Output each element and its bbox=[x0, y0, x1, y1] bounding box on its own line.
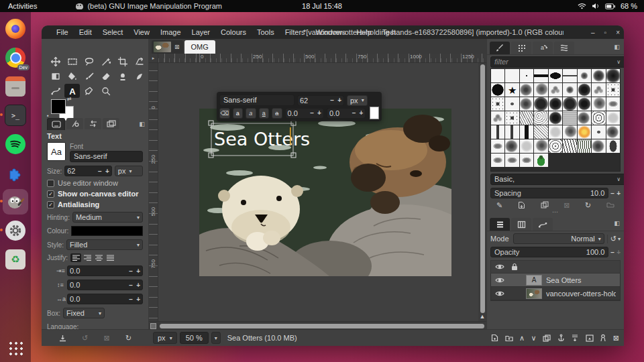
dock-item-trash[interactable]: ♻ bbox=[3, 247, 28, 272]
dock-item-firefox[interactable] bbox=[3, 16, 28, 42]
raise-layer-icon[interactable]: ∧ bbox=[519, 334, 525, 343]
unit-dropdown[interactable]: px ▾ bbox=[153, 332, 177, 344]
tab-brushes[interactable] bbox=[490, 42, 510, 54]
smudge-tool-icon[interactable] bbox=[131, 69, 147, 83]
brush-scratch[interactable] bbox=[520, 111, 533, 125]
size-decrease-icon[interactable]: − bbox=[98, 168, 102, 175]
horizontal-ruler[interactable]: 0 250 500 750 1000 1250 bbox=[158, 54, 486, 62]
vertical-ruler[interactable]: 0 250 500 750 bbox=[149, 63, 158, 321]
canvas-viewport[interactable]: Sea Otters Sans-serif 62 − + bbox=[158, 63, 478, 321]
close-button[interactable]: × bbox=[616, 29, 620, 36]
kerning-decrease-icon[interactable]: − bbox=[352, 109, 356, 117]
brush-speck2[interactable] bbox=[592, 125, 605, 139]
edit-brush-icon[interactable]: ✎ bbox=[496, 201, 502, 210]
baseline-decrease-icon[interactable]: − bbox=[310, 109, 314, 117]
zoom-tool-icon[interactable] bbox=[98, 84, 113, 98]
brush-fuzz1[interactable] bbox=[578, 69, 591, 82]
brush-ellipse[interactable] bbox=[549, 69, 562, 82]
brush-blobdark[interactable] bbox=[549, 111, 562, 125]
tab-fonts[interactable]: a bbox=[533, 42, 553, 54]
tab-paths[interactable] bbox=[533, 218, 553, 231]
foreground-color-swatch[interactable] bbox=[51, 99, 66, 114]
brush-strokes[interactable] bbox=[563, 139, 576, 153]
indent-spinner[interactable]: 0.0 − + bbox=[67, 265, 143, 276]
clear-style-icon[interactable]: ⌫ bbox=[219, 108, 230, 119]
baseline-increase-icon[interactable]: + bbox=[317, 109, 321, 117]
brush-pepper[interactable] bbox=[534, 154, 547, 167]
bucket-fill-tool-icon[interactable] bbox=[64, 69, 80, 83]
brush-filter-input[interactable]: filter bbox=[490, 56, 624, 68]
visibility-eye-icon[interactable] bbox=[495, 290, 504, 297]
dock-drag-handle[interactable]: ⋯ bbox=[487, 210, 624, 215]
tab-gradients[interactable] bbox=[554, 42, 574, 54]
brush-swirl[interactable] bbox=[592, 111, 605, 125]
free-select-tool-icon[interactable] bbox=[81, 54, 97, 68]
anchor-layer-icon[interactable] bbox=[557, 334, 565, 342]
visibility-eye-icon[interactable] bbox=[495, 277, 504, 284]
brush-noise[interactable] bbox=[534, 111, 547, 125]
tab-layers[interactable] bbox=[490, 218, 510, 231]
brush-blank[interactable] bbox=[491, 69, 504, 82]
dock-tab-menu-icon[interactable]: ◧ bbox=[614, 220, 620, 227]
open-brush-as-image-icon[interactable] bbox=[606, 201, 614, 210]
brush-swirl[interactable] bbox=[549, 139, 562, 153]
brush-faint[interactable] bbox=[549, 125, 562, 139]
gradient-tool-icon[interactable] bbox=[48, 69, 63, 83]
duplicate-brush-icon[interactable] bbox=[541, 201, 549, 210]
menu-file[interactable]: File bbox=[51, 28, 74, 36]
reset-tool-options-icon[interactable]: ↻ bbox=[125, 334, 131, 343]
spacing-decrease-icon[interactable]: − bbox=[610, 190, 614, 197]
zoom-dropdown-icon[interactable]: ▾ bbox=[211, 332, 221, 344]
antialiasing-checkbox[interactable]: ✓ bbox=[47, 201, 54, 208]
save-tool-preset-icon[interactable] bbox=[59, 335, 66, 342]
use-editor-window-checkbox[interactable] bbox=[47, 180, 54, 187]
tab-images[interactable] bbox=[103, 118, 119, 129]
menu-image[interactable]: Image bbox=[155, 28, 186, 36]
brush-hatch[interactable] bbox=[534, 125, 547, 139]
paintbrush-tool-icon[interactable] bbox=[81, 69, 97, 83]
letter-spacing-spinner[interactable]: 0.0 − + bbox=[67, 294, 143, 304]
baseline-spinner[interactable]: 0.0 − + bbox=[285, 108, 324, 119]
brush-faint[interactable] bbox=[606, 111, 620, 125]
show-on-canvas-editor-checkbox[interactable]: ✓ bbox=[47, 190, 54, 198]
brush-blob2[interactable] bbox=[563, 125, 576, 139]
brush-group-dropdown[interactable]: Basic, bbox=[490, 174, 624, 185]
minimize-button[interactable]: – bbox=[591, 29, 595, 36]
text-unit-dropdown[interactable]: px ▾ bbox=[347, 95, 368, 106]
size-unit-dropdown[interactable]: px ▾ bbox=[115, 166, 143, 176]
justify-fill-icon[interactable] bbox=[105, 253, 115, 262]
menu-layer[interactable]: Layer bbox=[186, 28, 216, 36]
lock-icon[interactable] bbox=[511, 263, 518, 271]
swap-colors-icon[interactable]: ⇄ bbox=[67, 96, 72, 102]
maximize-button[interactable]: ▫ bbox=[604, 29, 607, 36]
brush-smear[interactable] bbox=[491, 139, 504, 153]
brush-blank[interactable] bbox=[505, 69, 519, 82]
brush-blob2[interactable] bbox=[534, 139, 547, 153]
mode-dropdown[interactable]: Normal ▾ bbox=[513, 233, 604, 244]
brush-wisp[interactable] bbox=[592, 83, 605, 97]
menu-tools[interactable]: Tools bbox=[252, 28, 280, 36]
text-font-field[interactable]: Sans-serif bbox=[219, 95, 294, 106]
brush-fuzz1[interactable] bbox=[563, 83, 576, 97]
letter-spacing-decrease-icon[interactable]: − bbox=[129, 296, 133, 303]
quick-mask-toggle[interactable] bbox=[149, 322, 158, 330]
menu-select[interactable]: Select bbox=[97, 28, 129, 36]
italic-icon[interactable]: a bbox=[246, 108, 256, 119]
dock-item-files[interactable] bbox=[3, 74, 28, 99]
letter-spacing-increase-icon[interactable]: + bbox=[136, 296, 140, 303]
brush-blob[interactable] bbox=[606, 125, 620, 139]
move-tool-icon[interactable] bbox=[48, 54, 63, 68]
brush-fuzz3[interactable] bbox=[606, 69, 620, 82]
dock-item-extensions[interactable] bbox=[3, 160, 28, 186]
brush-sun[interactable] bbox=[578, 125, 591, 139]
ruler-origin-icon[interactable]: ▸ bbox=[149, 54, 158, 62]
gimp-titlebar[interactable]: File Edit Select View Image Layer Colour… bbox=[42, 25, 624, 39]
brush-vstroke[interactable] bbox=[505, 125, 519, 139]
delete-layer-icon[interactable]: ⊠ bbox=[613, 334, 619, 343]
underline-icon[interactable]: a bbox=[259, 108, 270, 119]
brush-dense[interactable] bbox=[563, 97, 576, 111]
refresh-brushes-icon[interactable]: ↻ bbox=[585, 201, 591, 210]
fg-bg-color-swatches[interactable]: ⇄ ▪ bbox=[51, 98, 75, 119]
brush-grass[interactable] bbox=[578, 139, 591, 153]
fuzzy-select-tool-icon[interactable] bbox=[98, 54, 113, 68]
